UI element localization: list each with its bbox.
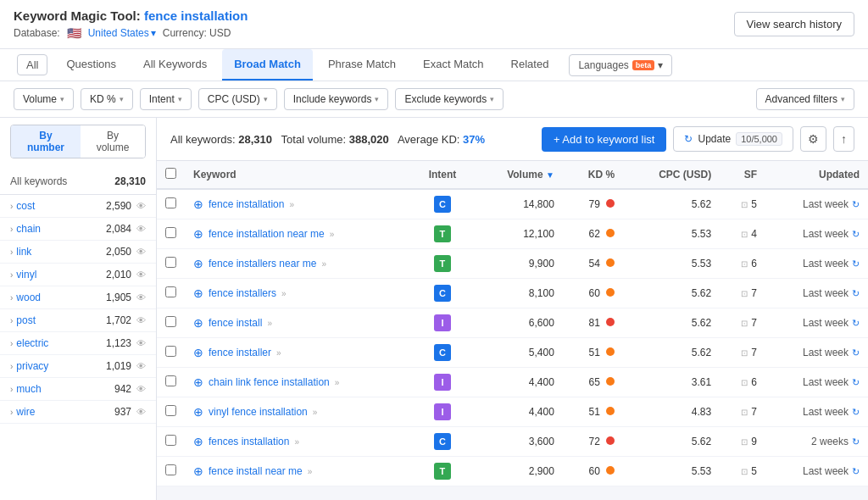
view-history-button[interactable]: View search history (734, 12, 854, 36)
add-keyword-icon[interactable]: ⊕ (193, 197, 203, 211)
export-icon-button[interactable]: ↑ (833, 126, 854, 152)
eye-icon[interactable]: 👁 (136, 361, 146, 371)
sidebar-item[interactable]: › electric 1,123 👁 (0, 332, 156, 355)
tab-all[interactable]: All (17, 54, 47, 75)
add-keyword-icon[interactable]: ⊕ (193, 464, 203, 478)
sidebar-item[interactable]: › wood 1,905 👁 (0, 286, 156, 309)
add-keyword-icon[interactable]: ⊕ (193, 405, 203, 419)
eye-icon[interactable]: 👁 (136, 247, 146, 257)
row-checkbox[interactable] (165, 286, 176, 297)
refresh-icon[interactable]: ↻ (852, 377, 860, 388)
add-to-keyword-list-button[interactable]: + Add to keyword list (542, 127, 667, 152)
keyword-link[interactable]: fence install (209, 317, 262, 329)
keyword-link[interactable]: chain link fence installation (209, 376, 330, 388)
row-checkbox[interactable] (165, 405, 176, 416)
row-checkbox[interactable] (165, 316, 176, 327)
refresh-icon[interactable]: ↻ (852, 229, 860, 240)
keyword-link[interactable]: fences installation (209, 436, 289, 447)
add-keyword-icon[interactable]: ⊕ (193, 346, 203, 359)
tab-questions[interactable]: Questions (54, 49, 128, 81)
sidebar-item[interactable]: › privacy 1,019 👁 (0, 355, 156, 378)
add-keyword-icon[interactable]: ⊕ (193, 227, 203, 241)
sidebar-item[interactable]: › vinyl 2,010 👁 (0, 264, 156, 286)
add-keyword-icon[interactable]: ⊕ (193, 375, 203, 389)
sidebar-item[interactable]: › wire 937 👁 (0, 401, 156, 424)
sidebar-keyword-label: cost (16, 200, 35, 212)
sidebar-toggle: By number By volume (0, 118, 156, 165)
eye-icon[interactable]: 👁 (136, 315, 146, 325)
row-updated-cell: Last week ↻ (765, 457, 868, 486)
keyword-link[interactable]: fence installer (209, 347, 271, 358)
row-intent-cell: C (411, 427, 473, 457)
row-sf-cell: ⊡ 9 (720, 427, 765, 457)
select-all-checkbox[interactable] (165, 168, 176, 179)
header-meta: Database: 🇺🇸 United States ▾ Currency: U… (14, 26, 248, 40)
row-keyword-cell: ⊕ fence install » (185, 308, 411, 338)
refresh-icon[interactable]: ↻ (852, 318, 860, 329)
kd-filter[interactable]: KD % ▾ (81, 88, 133, 110)
refresh-icon[interactable]: ↻ (852, 466, 860, 477)
keyword-link[interactable]: vinyl fence installation (209, 406, 308, 418)
languages-button[interactable]: Languages beta ▾ (569, 54, 672, 76)
eye-icon[interactable]: 👁 (136, 384, 146, 394)
row-checkbox[interactable] (165, 197, 176, 208)
refresh-icon[interactable]: ↻ (852, 258, 860, 269)
advanced-filters-button[interactable]: Advanced filters ▾ (756, 88, 854, 110)
intent-filter[interactable]: Intent ▾ (140, 88, 192, 110)
stats-text: All keywords: 28,310 Total volume: 388,0… (170, 133, 485, 146)
row-checkbox[interactable] (165, 375, 176, 386)
refresh-icon[interactable]: ↻ (852, 288, 860, 299)
eye-icon[interactable]: 👁 (136, 269, 146, 280)
eye-icon[interactable]: 👁 (136, 338, 146, 348)
keyword-link[interactable]: fence installation near me (209, 228, 325, 240)
row-sf-cell: ⊡ 7 (720, 397, 765, 427)
exclude-keywords-filter[interactable]: Exclude keywords ▾ (395, 88, 504, 110)
tab-exact-match[interactable]: Exact Match (411, 49, 496, 81)
eye-icon[interactable]: 👁 (136, 224, 146, 234)
add-keyword-icon[interactable]: ⊕ (193, 286, 203, 300)
eye-icon[interactable]: 👁 (136, 407, 146, 417)
keyword-link[interactable]: fence installation (209, 198, 284, 210)
sidebar-item[interactable]: › post 1,702 👁 (0, 309, 156, 332)
refresh-icon[interactable]: ↻ (852, 199, 860, 210)
tab-broad-match[interactable]: Broad Match (222, 49, 313, 81)
include-keywords-filter[interactable]: Include keywords ▾ (284, 88, 389, 110)
country-link[interactable]: United States ▾ (88, 27, 156, 39)
keyword-link[interactable]: fence install near me (209, 465, 303, 477)
row-checkbox[interactable] (165, 257, 176, 268)
sidebar-item[interactable]: › chain 2,084 👁 (0, 218, 156, 241)
kd-dot-icon (606, 466, 615, 475)
by-number-button[interactable]: By number (11, 125, 81, 158)
refresh-icon[interactable]: ↻ (852, 436, 860, 447)
toolbar-right: + Add to keyword list ↻ Update 10/5,000 … (542, 126, 854, 152)
sidebar-item[interactable]: › much 942 👁 (0, 378, 156, 401)
keyword-link[interactable]: fence installers (209, 287, 276, 299)
tab-related[interactable]: Related (499, 49, 561, 81)
row-checkbox[interactable] (165, 346, 176, 357)
settings-icon-button[interactable]: ⚙ (800, 126, 826, 152)
intent-badge: I (434, 374, 451, 391)
tab-phrase-match[interactable]: Phrase Match (316, 49, 408, 81)
sidebar-item[interactable]: › cost 2,590 👁 (0, 195, 156, 218)
row-checkbox-cell (157, 219, 185, 249)
update-button[interactable]: ↻ Update 10/5,000 (673, 126, 793, 152)
add-keyword-icon[interactable]: ⊕ (193, 257, 203, 270)
row-checkbox[interactable] (165, 227, 176, 238)
eye-icon[interactable]: 👁 (136, 201, 146, 211)
add-keyword-icon[interactable]: ⊕ (193, 316, 203, 330)
row-checkbox[interactable] (165, 435, 176, 446)
keyword-link[interactable]: fence installers near me (209, 258, 316, 269)
row-checkbox[interactable] (165, 464, 176, 475)
refresh-icon[interactable]: ↻ (852, 407, 860, 418)
sidebar-keyword-count: 2,084 (106, 223, 131, 235)
add-keyword-icon[interactable]: ⊕ (193, 435, 203, 448)
cpc-filter[interactable]: CPC (USD) ▾ (198, 88, 277, 110)
by-volume-button[interactable]: By volume (81, 125, 145, 158)
row-sf-cell: ⊡ 7 (720, 308, 765, 338)
sidebar-item[interactable]: › link 2,050 👁 (0, 241, 156, 264)
volume-filter[interactable]: Volume ▾ (14, 88, 74, 110)
eye-icon[interactable]: 👁 (136, 292, 146, 303)
refresh-icon[interactable]: ↻ (852, 347, 860, 358)
tab-all-keywords[interactable]: All Keywords (131, 49, 219, 81)
all-kw-count: 28,310 (238, 133, 272, 146)
